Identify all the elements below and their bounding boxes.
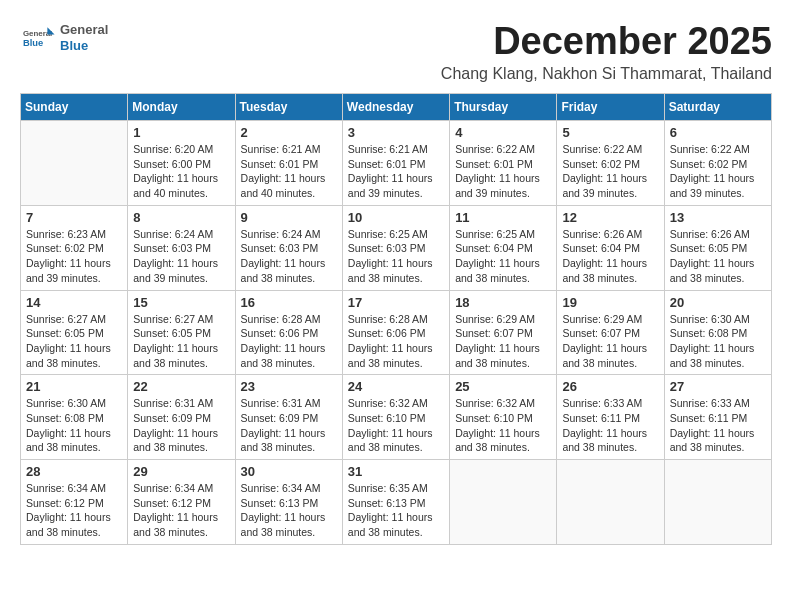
day-number: 1 bbox=[133, 125, 229, 140]
day-info: Sunrise: 6:32 AMSunset: 6:10 PMDaylight:… bbox=[348, 396, 444, 455]
weekday-header-friday: Friday bbox=[557, 94, 664, 121]
day-number: 2 bbox=[241, 125, 337, 140]
day-info: Sunrise: 6:28 AMSunset: 6:06 PMDaylight:… bbox=[348, 312, 444, 371]
day-number: 12 bbox=[562, 210, 658, 225]
day-number: 18 bbox=[455, 295, 551, 310]
calendar-cell: 10 Sunrise: 6:25 AMSunset: 6:03 PMDaylig… bbox=[342, 205, 449, 290]
day-number: 16 bbox=[241, 295, 337, 310]
day-info: Sunrise: 6:26 AMSunset: 6:05 PMDaylight:… bbox=[670, 227, 766, 286]
day-number: 10 bbox=[348, 210, 444, 225]
day-number: 27 bbox=[670, 379, 766, 394]
day-number: 22 bbox=[133, 379, 229, 394]
day-info: Sunrise: 6:24 AMSunset: 6:03 PMDaylight:… bbox=[133, 227, 229, 286]
calendar-cell: 9 Sunrise: 6:24 AMSunset: 6:03 PMDayligh… bbox=[235, 205, 342, 290]
calendar-cell: 1 Sunrise: 6:20 AMSunset: 6:00 PMDayligh… bbox=[128, 121, 235, 206]
day-info: Sunrise: 6:30 AMSunset: 6:08 PMDaylight:… bbox=[26, 396, 122, 455]
logo: General Blue General Blue bbox=[20, 20, 108, 56]
calendar-cell: 11 Sunrise: 6:25 AMSunset: 6:04 PMDaylig… bbox=[450, 205, 557, 290]
calendar-cell: 19 Sunrise: 6:29 AMSunset: 6:07 PMDaylig… bbox=[557, 290, 664, 375]
day-info: Sunrise: 6:22 AMSunset: 6:02 PMDaylight:… bbox=[562, 142, 658, 201]
day-number: 20 bbox=[670, 295, 766, 310]
day-info: Sunrise: 6:35 AMSunset: 6:13 PMDaylight:… bbox=[348, 481, 444, 540]
day-info: Sunrise: 6:34 AMSunset: 6:12 PMDaylight:… bbox=[26, 481, 122, 540]
day-info: Sunrise: 6:33 AMSunset: 6:11 PMDaylight:… bbox=[562, 396, 658, 455]
day-info: Sunrise: 6:27 AMSunset: 6:05 PMDaylight:… bbox=[133, 312, 229, 371]
calendar-cell bbox=[21, 121, 128, 206]
calendar-cell: 23 Sunrise: 6:31 AMSunset: 6:09 PMDaylig… bbox=[235, 375, 342, 460]
calendar-cell: 15 Sunrise: 6:27 AMSunset: 6:05 PMDaylig… bbox=[128, 290, 235, 375]
calendar-cell: 12 Sunrise: 6:26 AMSunset: 6:04 PMDaylig… bbox=[557, 205, 664, 290]
calendar-cell: 16 Sunrise: 6:28 AMSunset: 6:06 PMDaylig… bbox=[235, 290, 342, 375]
calendar-cell: 31 Sunrise: 6:35 AMSunset: 6:13 PMDaylig… bbox=[342, 460, 449, 545]
calendar-cell: 21 Sunrise: 6:30 AMSunset: 6:08 PMDaylig… bbox=[21, 375, 128, 460]
day-number: 14 bbox=[26, 295, 122, 310]
calendar-cell: 24 Sunrise: 6:32 AMSunset: 6:10 PMDaylig… bbox=[342, 375, 449, 460]
day-number: 3 bbox=[348, 125, 444, 140]
calendar-cell: 2 Sunrise: 6:21 AMSunset: 6:01 PMDayligh… bbox=[235, 121, 342, 206]
calendar-cell: 25 Sunrise: 6:32 AMSunset: 6:10 PMDaylig… bbox=[450, 375, 557, 460]
logo-blue: Blue bbox=[60, 38, 108, 54]
day-number: 5 bbox=[562, 125, 658, 140]
day-info: Sunrise: 6:30 AMSunset: 6:08 PMDaylight:… bbox=[670, 312, 766, 371]
day-number: 6 bbox=[670, 125, 766, 140]
calendar-cell: 8 Sunrise: 6:24 AMSunset: 6:03 PMDayligh… bbox=[128, 205, 235, 290]
logo-general: General bbox=[60, 22, 108, 38]
calendar-cell: 30 Sunrise: 6:34 AMSunset: 6:13 PMDaylig… bbox=[235, 460, 342, 545]
day-number: 24 bbox=[348, 379, 444, 394]
calendar-cell: 3 Sunrise: 6:21 AMSunset: 6:01 PMDayligh… bbox=[342, 121, 449, 206]
calendar-cell: 22 Sunrise: 6:31 AMSunset: 6:09 PMDaylig… bbox=[128, 375, 235, 460]
day-number: 31 bbox=[348, 464, 444, 479]
calendar-cell: 6 Sunrise: 6:22 AMSunset: 6:02 PMDayligh… bbox=[664, 121, 771, 206]
day-number: 13 bbox=[670, 210, 766, 225]
calendar-cell: 17 Sunrise: 6:28 AMSunset: 6:06 PMDaylig… bbox=[342, 290, 449, 375]
day-number: 8 bbox=[133, 210, 229, 225]
day-number: 19 bbox=[562, 295, 658, 310]
day-number: 9 bbox=[241, 210, 337, 225]
month-title: December 2025 bbox=[441, 20, 772, 63]
day-info: Sunrise: 6:20 AMSunset: 6:00 PMDaylight:… bbox=[133, 142, 229, 201]
day-info: Sunrise: 6:28 AMSunset: 6:06 PMDaylight:… bbox=[241, 312, 337, 371]
day-info: Sunrise: 6:21 AMSunset: 6:01 PMDaylight:… bbox=[348, 142, 444, 201]
calendar-cell: 20 Sunrise: 6:30 AMSunset: 6:08 PMDaylig… bbox=[664, 290, 771, 375]
calendar-cell: 4 Sunrise: 6:22 AMSunset: 6:01 PMDayligh… bbox=[450, 121, 557, 206]
day-info: Sunrise: 6:25 AMSunset: 6:03 PMDaylight:… bbox=[348, 227, 444, 286]
day-number: 30 bbox=[241, 464, 337, 479]
day-info: Sunrise: 6:34 AMSunset: 6:13 PMDaylight:… bbox=[241, 481, 337, 540]
day-number: 28 bbox=[26, 464, 122, 479]
calendar-cell: 26 Sunrise: 6:33 AMSunset: 6:11 PMDaylig… bbox=[557, 375, 664, 460]
day-number: 7 bbox=[26, 210, 122, 225]
svg-text:Blue: Blue bbox=[23, 38, 43, 48]
day-info: Sunrise: 6:24 AMSunset: 6:03 PMDaylight:… bbox=[241, 227, 337, 286]
weekday-header-wednesday: Wednesday bbox=[342, 94, 449, 121]
day-info: Sunrise: 6:21 AMSunset: 6:01 PMDaylight:… bbox=[241, 142, 337, 201]
day-info: Sunrise: 6:31 AMSunset: 6:09 PMDaylight:… bbox=[133, 396, 229, 455]
weekday-header-tuesday: Tuesday bbox=[235, 94, 342, 121]
day-info: Sunrise: 6:26 AMSunset: 6:04 PMDaylight:… bbox=[562, 227, 658, 286]
day-info: Sunrise: 6:33 AMSunset: 6:11 PMDaylight:… bbox=[670, 396, 766, 455]
calendar-cell: 13 Sunrise: 6:26 AMSunset: 6:05 PMDaylig… bbox=[664, 205, 771, 290]
calendar-cell bbox=[664, 460, 771, 545]
calendar-cell: 5 Sunrise: 6:22 AMSunset: 6:02 PMDayligh… bbox=[557, 121, 664, 206]
weekday-header-monday: Monday bbox=[128, 94, 235, 121]
day-info: Sunrise: 6:27 AMSunset: 6:05 PMDaylight:… bbox=[26, 312, 122, 371]
day-number: 15 bbox=[133, 295, 229, 310]
calendar-cell: 29 Sunrise: 6:34 AMSunset: 6:12 PMDaylig… bbox=[128, 460, 235, 545]
weekday-header-thursday: Thursday bbox=[450, 94, 557, 121]
day-number: 21 bbox=[26, 379, 122, 394]
day-info: Sunrise: 6:34 AMSunset: 6:12 PMDaylight:… bbox=[133, 481, 229, 540]
calendar-cell: 27 Sunrise: 6:33 AMSunset: 6:11 PMDaylig… bbox=[664, 375, 771, 460]
calendar-table: SundayMondayTuesdayWednesdayThursdayFrid… bbox=[20, 93, 772, 545]
weekday-header-sunday: Sunday bbox=[21, 94, 128, 121]
location-subtitle: Chang Klang, Nakhon Si Thammarat, Thaila… bbox=[441, 65, 772, 83]
day-info: Sunrise: 6:32 AMSunset: 6:10 PMDaylight:… bbox=[455, 396, 551, 455]
calendar-cell bbox=[557, 460, 664, 545]
day-number: 11 bbox=[455, 210, 551, 225]
day-info: Sunrise: 6:29 AMSunset: 6:07 PMDaylight:… bbox=[562, 312, 658, 371]
day-number: 29 bbox=[133, 464, 229, 479]
calendar-cell: 28 Sunrise: 6:34 AMSunset: 6:12 PMDaylig… bbox=[21, 460, 128, 545]
day-number: 26 bbox=[562, 379, 658, 394]
day-info: Sunrise: 6:22 AMSunset: 6:02 PMDaylight:… bbox=[670, 142, 766, 201]
day-info: Sunrise: 6:29 AMSunset: 6:07 PMDaylight:… bbox=[455, 312, 551, 371]
calendar-cell: 7 Sunrise: 6:23 AMSunset: 6:02 PMDayligh… bbox=[21, 205, 128, 290]
day-info: Sunrise: 6:25 AMSunset: 6:04 PMDaylight:… bbox=[455, 227, 551, 286]
